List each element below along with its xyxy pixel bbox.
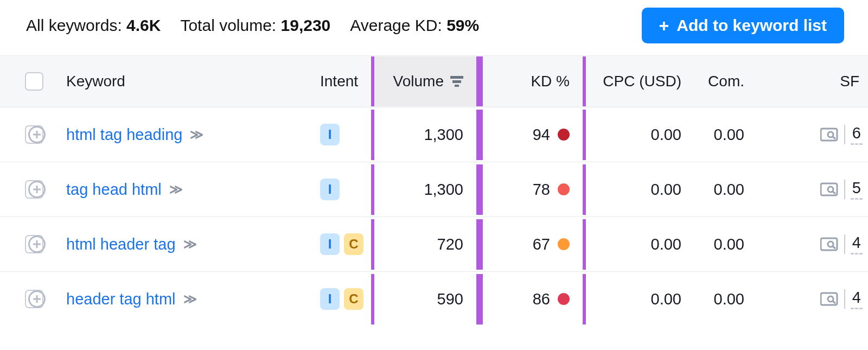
open-keyword-icon[interactable]: ≫ [183, 237, 194, 252]
column-header-com[interactable]: Com. [694, 56, 757, 106]
serp-features-icon[interactable] [820, 182, 839, 197]
cell-kd: 86 [480, 274, 586, 324]
stat-value: 19,230 [281, 16, 331, 34]
stat-label: Total volume: [180, 16, 276, 34]
svg-rect-9 [33, 189, 41, 190]
svg-point-16 [828, 241, 833, 247]
cell-volume: 590 [371, 274, 480, 324]
cell-sf: 4 [757, 272, 865, 326]
keyword-link[interactable]: tag head html [66, 181, 162, 199]
cell-sf: 5 [757, 163, 865, 216]
svg-rect-0 [450, 76, 463, 79]
divider [844, 234, 845, 254]
kd-difficulty-dot [558, 183, 570, 195]
cell-kd: 94 [480, 110, 586, 160]
sf-count[interactable]: 4 [851, 234, 863, 254]
open-keyword-icon[interactable]: ≫ [190, 127, 201, 142]
cell-volume: 720 [371, 219, 480, 270]
column-header-sf[interactable]: SF [757, 56, 865, 106]
add-to-keyword-list-button[interactable]: + Add to keyword list [642, 8, 844, 43]
svg-line-12 [833, 192, 835, 194]
expand-keyword-icon[interactable] [28, 290, 46, 308]
sf-count[interactable]: 5 [851, 179, 863, 200]
cell-com: 0.00 [694, 110, 757, 160]
svg-point-21 [828, 296, 833, 302]
plus-icon: + [659, 17, 669, 34]
cell-com: 0.00 [694, 219, 757, 270]
keyword-link[interactable]: html tag heading [66, 126, 182, 144]
table-row: header tag html≫IC590860.000.004 [0, 271, 868, 326]
column-header-volume[interactable]: Volume [371, 56, 480, 106]
svg-rect-19 [33, 298, 41, 300]
stat-all-keywords: All keywords: 4.6K [26, 16, 161, 35]
open-keyword-icon[interactable]: ≫ [169, 182, 180, 197]
cell-volume: 1,300 [371, 164, 480, 215]
stat-average-kd: Average KD: 59% [350, 16, 479, 35]
kd-difficulty-dot [558, 129, 570, 141]
column-header-cpc[interactable]: CPC (USD) [586, 56, 694, 106]
stat-label: Average KD: [350, 16, 442, 34]
intent-badge-i: I [320, 179, 340, 200]
column-header-intent[interactable]: Intent [315, 56, 371, 106]
column-header-kd[interactable]: KD % [480, 56, 586, 106]
cell-com: 0.00 [694, 164, 757, 215]
cell-cpc: 0.00 [586, 219, 694, 270]
button-label: Add to keyword list [676, 16, 827, 35]
cell-kd: 78 [480, 164, 586, 215]
svg-line-7 [833, 137, 835, 139]
sort-desc-icon [450, 76, 463, 87]
stat-total-volume: Total volume: 19,230 [180, 16, 330, 35]
sf-count[interactable]: 6 [851, 124, 863, 145]
svg-line-17 [833, 246, 835, 249]
intent-badge-i: I [320, 288, 340, 310]
cell-cpc: 0.00 [586, 110, 694, 160]
cell-sf: 4 [757, 218, 865, 271]
serp-features-icon[interactable] [820, 237, 839, 252]
cell-cpc: 0.00 [586, 274, 694, 324]
svg-point-6 [828, 132, 833, 137]
column-label: Volume [393, 73, 444, 90]
cell-cpc: 0.00 [586, 164, 694, 215]
intent-badge-c: C [344, 288, 363, 310]
keywords-table: Keyword Intent Volume KD % CPC (USD) Com… [0, 55, 868, 326]
cell-volume: 1,300 [371, 110, 480, 160]
stat-value: 4.6K [126, 16, 161, 34]
table-row: html tag heading≫I1,300940.000.006 [0, 107, 868, 162]
kd-value: 67 [533, 236, 550, 253]
intent-badge-c: C [344, 233, 363, 255]
open-keyword-icon[interactable]: ≫ [183, 291, 194, 307]
expand-keyword-icon[interactable] [28, 126, 46, 143]
cell-com: 0.00 [694, 274, 757, 324]
svg-rect-1 [452, 80, 461, 83]
summary-bar: All keywords: 4.6K Total volume: 19,230 … [0, 0, 868, 55]
table-row: html header tag≫IC720670.000.004 [0, 217, 868, 271]
svg-rect-14 [33, 244, 41, 245]
stat-label: All keywords: [26, 16, 122, 34]
kd-difficulty-dot [558, 238, 570, 250]
kd-value: 86 [533, 290, 550, 308]
svg-rect-2 [455, 85, 459, 87]
svg-point-11 [828, 187, 833, 192]
table-header-row: Keyword Intent Volume KD % CPC (USD) Com… [0, 55, 868, 107]
expand-keyword-icon[interactable] [28, 181, 46, 198]
cell-kd: 67 [480, 219, 586, 270]
divider [844, 289, 845, 309]
intent-badge-i: I [320, 124, 340, 145]
svg-line-22 [833, 301, 835, 303]
sf-count[interactable]: 4 [851, 289, 863, 309]
serp-features-icon[interactable] [820, 291, 839, 307]
keyword-link[interactable]: header tag html [66, 290, 176, 308]
table-row: tag head html≫I1,300780.000.005 [0, 162, 868, 217]
intent-badge-i: I [320, 233, 340, 255]
serp-features-icon[interactable] [820, 127, 839, 142]
kd-difficulty-dot [558, 293, 570, 305]
divider [844, 180, 845, 199]
cell-sf: 6 [757, 108, 865, 161]
kd-value: 94 [533, 126, 550, 144]
expand-keyword-icon[interactable] [28, 236, 46, 253]
keyword-link[interactable]: html header tag [66, 236, 176, 253]
divider [844, 125, 845, 144]
svg-rect-4 [33, 134, 41, 136]
column-header-keyword[interactable]: Keyword [66, 56, 315, 106]
stat-value: 59% [446, 16, 479, 34]
